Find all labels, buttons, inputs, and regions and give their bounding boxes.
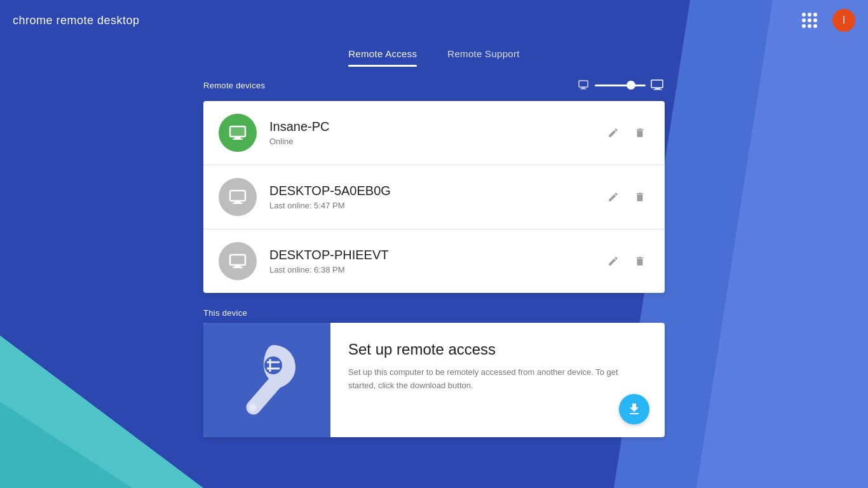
setup-title: Set up remote access [348, 341, 647, 358]
nav-tabs: Remote Access Remote Support [0, 41, 868, 67]
device-avatar-desktop-phieevt [219, 242, 257, 280]
device-info-desktop-phieevt: DESKTOP-PHIEEVT Last online: 6:38 PM [269, 248, 604, 274]
remote-devices-label: Remote devices [203, 81, 265, 90]
edit-button-desktop-5a0eb0g[interactable] [604, 187, 623, 207]
user-avatar[interactable]: I [832, 9, 855, 32]
device-actions-insane-pc [604, 123, 649, 142]
svg-rect-5 [653, 90, 662, 90]
device-info-insane-pc: Insane-PC Online [269, 119, 604, 146]
size-slider[interactable] [595, 85, 646, 86]
svg-point-17 [249, 403, 257, 411]
svg-rect-0 [579, 81, 588, 87]
device-name-desktop-5a0eb0g: DESKTOP-5A0EB0G [269, 184, 604, 198]
device-item-desktop-5a0eb0g[interactable]: DESKTOP-5A0EB0G Last online: 5:47 PM [203, 165, 665, 229]
main-content: Remote devices [0, 67, 868, 437]
device-list-card: Insane-PC Online [203, 101, 665, 293]
svg-rect-3 [651, 80, 663, 88]
edit-button-insane-pc[interactable] [604, 123, 623, 142]
svg-point-16 [264, 356, 282, 374]
this-device-card: Set up remote access Set up this compute… [203, 323, 665, 437]
svg-rect-8 [233, 139, 243, 140]
device-actions-desktop-phieevt [604, 252, 649, 271]
device-actions-desktop-5a0eb0g [604, 187, 649, 207]
apps-icon[interactable] [799, 10, 820, 30]
delete-button-insane-pc[interactable] [630, 123, 649, 142]
svg-rect-1 [581, 88, 585, 89]
header-right: I [799, 9, 855, 32]
svg-rect-4 [655, 88, 660, 90]
svg-rect-7 [234, 137, 241, 139]
svg-rect-13 [230, 255, 245, 265]
svg-rect-9 [230, 126, 245, 137]
device-name-insane-pc: Insane-PC [269, 119, 604, 134]
device-status-insane-pc: Online [269, 137, 604, 146]
device-item-insane-pc[interactable]: Insane-PC Online [203, 101, 665, 165]
device-item-desktop-phieevt[interactable]: DESKTOP-PHIEEVT Last online: 6:38 PM [203, 229, 665, 293]
svg-rect-12 [233, 203, 243, 204]
setup-desc: Set up this computer to be remotely acce… [348, 366, 641, 393]
this-device-label: This device [203, 308, 665, 318]
device-status-desktop-5a0eb0g: Last online: 5:47 PM [269, 201, 604, 210]
wrench-icon [235, 339, 299, 421]
small-monitor-icon [578, 80, 590, 90]
size-control-row [578, 79, 665, 91]
svg-rect-15 [233, 267, 243, 268]
tab-remote-access[interactable]: Remote Access [333, 41, 432, 67]
device-name-desktop-phieevt: DESKTOP-PHIEEVT [269, 248, 604, 262]
delete-button-desktop-phieevt[interactable] [630, 252, 649, 271]
this-device-content: Set up remote access Set up this compute… [330, 323, 665, 437]
device-status-desktop-phieevt: Last online: 6:38 PM [269, 265, 604, 274]
delete-button-desktop-5a0eb0g[interactable] [630, 187, 649, 207]
large-monitor-icon [651, 79, 665, 91]
tab-remote-support[interactable]: Remote Support [432, 41, 534, 67]
device-avatar-desktop-5a0eb0g [219, 178, 257, 216]
svg-rect-14 [234, 266, 241, 267]
svg-rect-11 [234, 201, 241, 203]
svg-rect-10 [230, 191, 245, 201]
header: chrome remote desktop I [0, 0, 868, 41]
device-info-desktop-5a0eb0g: DESKTOP-5A0EB0G Last online: 5:47 PM [269, 184, 604, 210]
this-device-section: This device Set up remote access Set up … [203, 308, 665, 437]
app-logo: chrome remote desktop [13, 14, 140, 27]
device-avatar-insane-pc [219, 114, 257, 152]
this-device-image [203, 323, 330, 437]
svg-rect-2 [580, 89, 587, 90]
download-button[interactable] [619, 394, 649, 424]
edit-button-desktop-phieevt[interactable] [604, 252, 623, 271]
